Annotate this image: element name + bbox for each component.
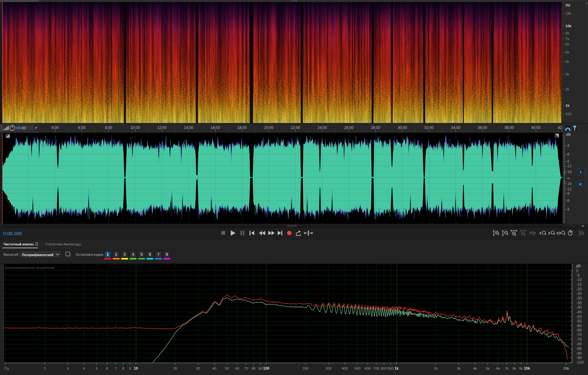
svg-text:6:00: 6:00 <box>78 126 86 130</box>
svg-text:3k: 3k <box>565 72 569 76</box>
svg-text:7: 7 <box>115 367 116 370</box>
svg-text:+0: +0 <box>16 126 20 130</box>
svg-text:dB: dB <box>21 126 26 130</box>
svg-text:-12: -12 <box>566 187 572 191</box>
svg-text:30:00: 30:00 <box>398 126 407 130</box>
svg-text:8k: 8k <box>565 31 569 35</box>
svg-text:22:00: 22:00 <box>291 126 300 130</box>
svg-text:0:00.000: 0:00.000 <box>3 231 22 236</box>
svg-text:20:00: 20:00 <box>264 126 273 130</box>
svg-text:-60: -60 <box>576 324 582 328</box>
svg-text:40: 40 <box>212 367 216 370</box>
svg-text:26:00: 26:00 <box>344 126 353 130</box>
svg-text:3: 3 <box>124 252 126 257</box>
svg-text:28:00: 28:00 <box>371 126 380 130</box>
svg-text:-6: -6 <box>566 198 570 203</box>
svg-text:дБ: дБ <box>576 264 581 268</box>
svg-text:300: 300 <box>325 367 331 370</box>
svg-text:2: 2 <box>44 367 46 370</box>
svg-text:6: 6 <box>106 367 108 370</box>
svg-text:30: 30 <box>196 367 200 370</box>
svg-text:5: 5 <box>95 367 97 370</box>
svg-text:-6: -6 <box>566 152 570 157</box>
svg-text:-25: -25 <box>576 291 582 296</box>
svg-text:Масштаб:: Масштаб: <box>3 253 19 256</box>
svg-text:700: 700 <box>374 367 379 370</box>
svg-text:18:00: 18:00 <box>237 126 247 130</box>
svg-text:200: 200 <box>302 367 308 370</box>
svg-text:40:00: 40:00 <box>531 126 540 130</box>
svg-text:1k: 1k <box>565 104 570 107</box>
svg-text:4k: 4k <box>473 367 477 370</box>
svg-text:-∞: -∞ <box>566 176 570 180</box>
svg-text:6k: 6k <box>496 367 500 370</box>
svg-text:8: 8 <box>166 252 168 257</box>
svg-text:2: 2 <box>115 252 117 257</box>
svg-text:70: 70 <box>244 367 248 370</box>
svg-text:Статистика Амплитуды: Статистика Амплитуды <box>45 242 81 246</box>
svg-text:5k: 5k <box>486 367 490 370</box>
svg-text:-95: -95 <box>576 356 582 360</box>
svg-text:-15: -15 <box>576 282 582 287</box>
svg-text:34:00: 34:00 <box>451 126 460 130</box>
svg-text:20k: 20k <box>563 367 569 370</box>
svg-text:-20: -20 <box>576 287 582 291</box>
svg-text:-18: -18 <box>566 170 572 174</box>
svg-text:10k: 10k <box>565 24 572 28</box>
svg-text:4:00: 4:00 <box>51 126 59 130</box>
svg-text:14:00: 14:00 <box>184 126 193 130</box>
svg-text:2:00: 2:00 <box>26 126 33 130</box>
svg-text:К:: К: <box>579 182 583 187</box>
svg-text:1k: 1k <box>395 366 399 371</box>
svg-text:-10: -10 <box>576 278 582 282</box>
svg-text:-40: -40 <box>576 305 582 310</box>
svg-text:10: 10 <box>134 366 138 371</box>
svg-text:-35: -35 <box>576 301 582 305</box>
svg-text:-45: -45 <box>576 310 582 314</box>
svg-text:20: 20 <box>173 367 177 370</box>
svg-text:-70: -70 <box>576 333 582 337</box>
svg-text:dB: dB <box>566 132 571 137</box>
svg-text:600: 600 <box>365 367 371 370</box>
svg-text:7k: 7k <box>565 37 569 41</box>
svg-text:-30: -30 <box>576 296 582 301</box>
svg-text:8:00: 8:00 <box>105 126 112 130</box>
svg-text:-50: -50 <box>576 315 582 319</box>
svg-text:-65: -65 <box>576 328 582 332</box>
svg-text:800: 800 <box>381 367 387 370</box>
svg-text:8k: 8k <box>512 367 516 370</box>
svg-text:16:00: 16:00 <box>211 126 220 130</box>
svg-text:100: 100 <box>263 366 269 371</box>
svg-text:80: 80 <box>252 367 256 370</box>
svg-text:1: 1 <box>107 252 109 257</box>
svg-text:2k: 2k <box>565 87 569 91</box>
svg-text:24:00: 24:00 <box>317 126 327 130</box>
svg-text:8: 8 <box>122 367 124 370</box>
svg-text:4: 4 <box>83 367 85 370</box>
svg-text:4k: 4k <box>565 60 569 64</box>
svg-text:Остановка кадра:: Остановка кадра: <box>76 253 104 256</box>
svg-text:60: 60 <box>235 367 240 370</box>
svg-text:7: 7 <box>157 252 160 257</box>
svg-text:6: 6 <box>149 252 151 257</box>
svg-text:L: L <box>580 169 582 174</box>
svg-text:90: 90 <box>258 367 262 370</box>
svg-text:-100: -100 <box>576 360 584 365</box>
svg-text:900: 900 <box>388 367 394 370</box>
svg-text:2k: 2k <box>434 367 438 370</box>
svg-text:10k: 10k <box>524 366 530 371</box>
svg-text:0: 0 <box>576 269 578 273</box>
svg-text:3: 3 <box>67 367 69 370</box>
svg-text:-9: -9 <box>566 191 570 196</box>
svg-text:5k: 5k <box>565 50 569 54</box>
svg-text:400: 400 <box>342 367 348 370</box>
svg-text:-5: -5 <box>576 273 580 278</box>
svg-text:9k: 9k <box>519 367 523 370</box>
svg-text:Частотный анализ: Частотный анализ <box>3 242 34 246</box>
svg-text:36:00: 36:00 <box>478 126 487 130</box>
svg-text:15k: 15k <box>565 12 571 15</box>
svg-text:12:00: 12:00 <box>157 126 167 130</box>
svg-text:-55: -55 <box>576 319 582 323</box>
svg-text:-90: -90 <box>576 351 582 356</box>
svg-text:-3: -3 <box>566 143 570 148</box>
